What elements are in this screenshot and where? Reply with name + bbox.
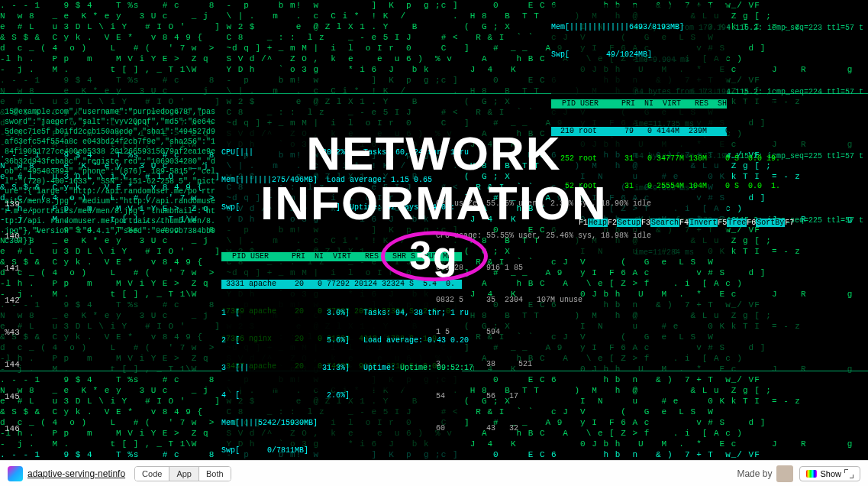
project-icon: [8, 466, 23, 481]
avatar[interactable]: [776, 465, 793, 482]
bottom-bar: adaptive-serving-netinfo Code App Both M…: [0, 460, 868, 486]
table-header: PID USER PRI NI VIRT RES SHR S CPU% ME: [221, 252, 462, 261]
table-row: 3331 apache 20 0 77292 20124 32324 S 5.4…: [221, 280, 462, 289]
rainbow-icon: [806, 470, 817, 478]
cpu-usage-panel: CPU usaZe: 55.35% user5, 2.38% sys, 18.9…: [436, 177, 863, 455]
json-dump: 15@example.com","username":"purpledog678…: [5, 107, 218, 246]
app-button[interactable]: App: [169, 467, 199, 481]
view-toggle: Code App Both: [134, 466, 231, 481]
table-row: 210 root 79 0 4144M 239M 0 S 5.0 2.: [551, 127, 727, 136]
expand-icon: [844, 469, 853, 478]
htop-panel-3: 1 [ 3.0%] Tasks: 94, 38 thr; 1 ru 2 [ 5.…: [221, 290, 462, 486]
both-button[interactable]: Both: [199, 467, 231, 481]
app-canvas: . - - 1 9 $ 4 T %s # c 8 - p b m! w ] K …: [0, 0, 868, 486]
made-by-label: Made by: [737, 468, 772, 479]
project-link[interactable]: adaptive-serving-netinfo: [27, 468, 125, 479]
line-numbers: 139 140 141 142 %43 144 145 146: [5, 177, 24, 455]
show-button[interactable]: Show: [799, 466, 860, 481]
table-header: PID USER PRI NI VIRT RES SHR S CPU% ME: [551, 99, 727, 109]
code-button[interactable]: Code: [135, 467, 169, 481]
table-row: 252 root 31 0 34777M 130M 0 S 0.0 19.: [551, 154, 727, 164]
